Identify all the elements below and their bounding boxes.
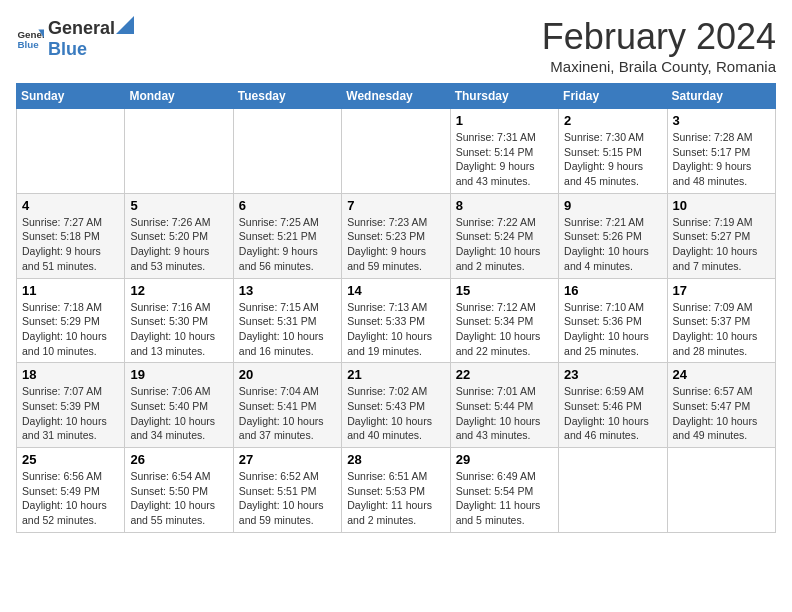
calendar-cell: 8Sunrise: 7:22 AM Sunset: 5:24 PM Daylig… xyxy=(450,193,558,278)
month-title: February 2024 xyxy=(542,16,776,58)
day-number: 17 xyxy=(673,283,770,298)
cell-content: Sunrise: 6:56 AM Sunset: 5:49 PM Dayligh… xyxy=(22,469,119,528)
calendar-cell: 5Sunrise: 7:26 AM Sunset: 5:20 PM Daylig… xyxy=(125,193,233,278)
cell-content: Sunrise: 6:52 AM Sunset: 5:51 PM Dayligh… xyxy=(239,469,336,528)
day-number: 13 xyxy=(239,283,336,298)
calendar-cell: 6Sunrise: 7:25 AM Sunset: 5:21 PM Daylig… xyxy=(233,193,341,278)
svg-text:Blue: Blue xyxy=(17,39,39,50)
calendar-cell: 19Sunrise: 7:06 AM Sunset: 5:40 PM Dayli… xyxy=(125,363,233,448)
calendar-cell: 22Sunrise: 7:01 AM Sunset: 5:44 PM Dayli… xyxy=(450,363,558,448)
day-number: 19 xyxy=(130,367,227,382)
cell-content: Sunrise: 6:59 AM Sunset: 5:46 PM Dayligh… xyxy=(564,384,661,443)
header: General Blue General Blue February 2024 … xyxy=(16,16,776,75)
week-row-3: 11Sunrise: 7:18 AM Sunset: 5:29 PM Dayli… xyxy=(17,278,776,363)
cell-content: Sunrise: 7:15 AM Sunset: 5:31 PM Dayligh… xyxy=(239,300,336,359)
calendar-cell: 25Sunrise: 6:56 AM Sunset: 5:49 PM Dayli… xyxy=(17,448,125,533)
calendar-cell: 14Sunrise: 7:13 AM Sunset: 5:33 PM Dayli… xyxy=(342,278,450,363)
cell-content: Sunrise: 7:28 AM Sunset: 5:17 PM Dayligh… xyxy=(673,130,770,189)
calendar-cell: 15Sunrise: 7:12 AM Sunset: 5:34 PM Dayli… xyxy=(450,278,558,363)
day-number: 23 xyxy=(564,367,661,382)
calendar-table: SundayMondayTuesdayWednesdayThursdayFrid… xyxy=(16,83,776,533)
column-header-tuesday: Tuesday xyxy=(233,84,341,109)
cell-content: Sunrise: 6:49 AM Sunset: 5:54 PM Dayligh… xyxy=(456,469,553,528)
cell-content: Sunrise: 7:12 AM Sunset: 5:34 PM Dayligh… xyxy=(456,300,553,359)
cell-content: Sunrise: 7:30 AM Sunset: 5:15 PM Dayligh… xyxy=(564,130,661,189)
day-number: 27 xyxy=(239,452,336,467)
calendar-cell: 16Sunrise: 7:10 AM Sunset: 5:36 PM Dayli… xyxy=(559,278,667,363)
cell-content: Sunrise: 7:16 AM Sunset: 5:30 PM Dayligh… xyxy=(130,300,227,359)
day-number: 9 xyxy=(564,198,661,213)
calendar-cell: 26Sunrise: 6:54 AM Sunset: 5:50 PM Dayli… xyxy=(125,448,233,533)
cell-content: Sunrise: 7:10 AM Sunset: 5:36 PM Dayligh… xyxy=(564,300,661,359)
day-number: 15 xyxy=(456,283,553,298)
cell-content: Sunrise: 7:02 AM Sunset: 5:43 PM Dayligh… xyxy=(347,384,444,443)
column-header-monday: Monday xyxy=(125,84,233,109)
cell-content: Sunrise: 7:06 AM Sunset: 5:40 PM Dayligh… xyxy=(130,384,227,443)
week-row-5: 25Sunrise: 6:56 AM Sunset: 5:49 PM Dayli… xyxy=(17,448,776,533)
cell-content: Sunrise: 7:07 AM Sunset: 5:39 PM Dayligh… xyxy=(22,384,119,443)
week-row-1: 1Sunrise: 7:31 AM Sunset: 5:14 PM Daylig… xyxy=(17,109,776,194)
calendar-cell: 13Sunrise: 7:15 AM Sunset: 5:31 PM Dayli… xyxy=(233,278,341,363)
week-row-2: 4Sunrise: 7:27 AM Sunset: 5:18 PM Daylig… xyxy=(17,193,776,278)
calendar-cell xyxy=(667,448,775,533)
day-number: 7 xyxy=(347,198,444,213)
calendar-cell xyxy=(233,109,341,194)
calendar-cell: 29Sunrise: 6:49 AM Sunset: 5:54 PM Dayli… xyxy=(450,448,558,533)
day-number: 16 xyxy=(564,283,661,298)
calendar-cell: 10Sunrise: 7:19 AM Sunset: 5:27 PM Dayli… xyxy=(667,193,775,278)
calendar-cell: 4Sunrise: 7:27 AM Sunset: 5:18 PM Daylig… xyxy=(17,193,125,278)
day-number: 20 xyxy=(239,367,336,382)
day-number: 26 xyxy=(130,452,227,467)
cell-content: Sunrise: 7:13 AM Sunset: 5:33 PM Dayligh… xyxy=(347,300,444,359)
logo-icon: General Blue xyxy=(16,24,44,52)
column-header-wednesday: Wednesday xyxy=(342,84,450,109)
day-number: 14 xyxy=(347,283,444,298)
column-header-sunday: Sunday xyxy=(17,84,125,109)
cell-content: Sunrise: 7:25 AM Sunset: 5:21 PM Dayligh… xyxy=(239,215,336,274)
calendar-cell: 28Sunrise: 6:51 AM Sunset: 5:53 PM Dayli… xyxy=(342,448,450,533)
column-header-saturday: Saturday xyxy=(667,84,775,109)
calendar-cell: 24Sunrise: 6:57 AM Sunset: 5:47 PM Dayli… xyxy=(667,363,775,448)
calendar-cell: 27Sunrise: 6:52 AM Sunset: 5:51 PM Dayli… xyxy=(233,448,341,533)
week-row-4: 18Sunrise: 7:07 AM Sunset: 5:39 PM Dayli… xyxy=(17,363,776,448)
cell-content: Sunrise: 7:19 AM Sunset: 5:27 PM Dayligh… xyxy=(673,215,770,274)
cell-content: Sunrise: 7:09 AM Sunset: 5:37 PM Dayligh… xyxy=(673,300,770,359)
cell-content: Sunrise: 7:26 AM Sunset: 5:20 PM Dayligh… xyxy=(130,215,227,274)
day-number: 18 xyxy=(22,367,119,382)
day-number: 8 xyxy=(456,198,553,213)
calendar-cell: 21Sunrise: 7:02 AM Sunset: 5:43 PM Dayli… xyxy=(342,363,450,448)
cell-content: Sunrise: 7:23 AM Sunset: 5:23 PM Dayligh… xyxy=(347,215,444,274)
calendar-cell: 9Sunrise: 7:21 AM Sunset: 5:26 PM Daylig… xyxy=(559,193,667,278)
cell-content: Sunrise: 7:04 AM Sunset: 5:41 PM Dayligh… xyxy=(239,384,336,443)
calendar-cell: 12Sunrise: 7:16 AM Sunset: 5:30 PM Dayli… xyxy=(125,278,233,363)
cell-content: Sunrise: 7:01 AM Sunset: 5:44 PM Dayligh… xyxy=(456,384,553,443)
cell-content: Sunrise: 7:31 AM Sunset: 5:14 PM Dayligh… xyxy=(456,130,553,189)
day-number: 4 xyxy=(22,198,119,213)
cell-content: Sunrise: 6:51 AM Sunset: 5:53 PM Dayligh… xyxy=(347,469,444,528)
cell-content: Sunrise: 7:18 AM Sunset: 5:29 PM Dayligh… xyxy=(22,300,119,359)
calendar-cell: 23Sunrise: 6:59 AM Sunset: 5:46 PM Dayli… xyxy=(559,363,667,448)
logo-triangle-icon xyxy=(116,16,134,34)
logo-general: General xyxy=(48,18,115,39)
header-row: SundayMondayTuesdayWednesdayThursdayFrid… xyxy=(17,84,776,109)
day-number: 3 xyxy=(673,113,770,128)
calendar-cell: 7Sunrise: 7:23 AM Sunset: 5:23 PM Daylig… xyxy=(342,193,450,278)
day-number: 28 xyxy=(347,452,444,467)
day-number: 5 xyxy=(130,198,227,213)
cell-content: Sunrise: 7:21 AM Sunset: 5:26 PM Dayligh… xyxy=(564,215,661,274)
day-number: 2 xyxy=(564,113,661,128)
day-number: 29 xyxy=(456,452,553,467)
calendar-cell xyxy=(342,109,450,194)
svg-marker-3 xyxy=(116,16,134,34)
column-header-friday: Friday xyxy=(559,84,667,109)
title-area: February 2024 Maxineni, Braila County, R… xyxy=(542,16,776,75)
logo-blue: Blue xyxy=(48,39,87,59)
calendar-cell: 2Sunrise: 7:30 AM Sunset: 5:15 PM Daylig… xyxy=(559,109,667,194)
calendar-cell: 18Sunrise: 7:07 AM Sunset: 5:39 PM Dayli… xyxy=(17,363,125,448)
calendar-cell: 1Sunrise: 7:31 AM Sunset: 5:14 PM Daylig… xyxy=(450,109,558,194)
calendar-cell: 17Sunrise: 7:09 AM Sunset: 5:37 PM Dayli… xyxy=(667,278,775,363)
day-number: 10 xyxy=(673,198,770,213)
calendar-cell xyxy=(17,109,125,194)
cell-content: Sunrise: 7:22 AM Sunset: 5:24 PM Dayligh… xyxy=(456,215,553,274)
calendar-cell xyxy=(125,109,233,194)
